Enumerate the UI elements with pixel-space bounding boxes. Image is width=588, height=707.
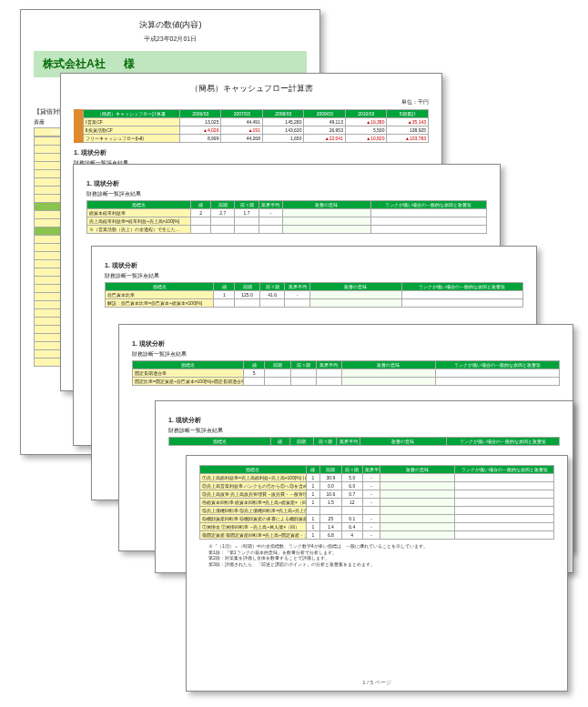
cf-unit: 単位：千円 xyxy=(74,98,429,106)
sec-title: 1. 現状分析 xyxy=(105,261,523,270)
footnotes: ※「（1項）＝（時期）中の全指標数、ランク数字4が多い指標は、一般に優れているこ… xyxy=(199,543,554,567)
page-number: 1 / 5 ページ xyxy=(187,679,567,687)
doc-title: 決算の数値(内容) xyxy=(34,19,307,31)
cf-row: Ⅱ.投資活動CF ▲4,026 ▲191 143,630 26,953 5,50… xyxy=(83,126,428,135)
analysis-row: 自己資本比率 1125.041.6- xyxy=(106,291,523,299)
sec-sub: 財務診断一覧評点結果 xyxy=(168,427,560,435)
cf-orange-band xyxy=(74,109,83,143)
cf-table: （簡易）キャッシュフロー計算書 2006/03 2007/03 2008/03 … xyxy=(83,109,429,143)
analysis-row: ※（営業活動（売上）の全過程）で生じた… xyxy=(87,226,487,234)
analysis-row: 固定長期適合率 5 xyxy=(133,369,560,378)
sec-sub: 財務診断一覧評点結果 xyxy=(105,272,523,280)
analysis-row: ⑦買掛金 ⑦買掛回転率→売上高÷買人債×（回） 1 1.4 6.4 - xyxy=(200,523,554,531)
analysis-row: 売上高経常利益率=経常利益÷売上高×100[%] xyxy=(87,217,487,226)
cf-row: Ⅰ.営業CF 13,025 44,491 145,280 49,113 ▲16,… xyxy=(83,118,428,126)
analysis-row: ④総資本回転率 総資本回転率=売上高÷総資産×（回）総資産=当期＋前期÷2 1 … xyxy=(200,499,554,507)
analysis-row: 総資本経常利益率 22.71.7- xyxy=(87,209,487,217)
page-analysis-front: 指標名 値 前期 前々期 業界平均 改善の意味 ランクが低い場合の一般的な原因と… xyxy=(186,455,568,692)
analysis-table-2: 指標名 値 前期 前々期 業界平均 改善の意味 ランクが低い場合の一般的な原因と… xyxy=(86,200,487,234)
analysis-table-front: 指標名 値 前期 前々期 業界平均 改善の意味 ランクが低い場合の一般的な原因と… xyxy=(199,465,554,540)
analysis-table-5-head: 指標名 値 前期 前々期 業界平均 改善の意味 ランクが低い場合の一般的な原因と… xyxy=(168,437,560,446)
analysis-row: ⑤売上債権回転率 ⑤売上債権回転率=売上高÷売上債×（回） xyxy=(200,507,554,515)
cf-row: フリーキャッシュフロー(Ⅰ+Ⅱ) 8,999 44,268 1,650 ▲22,… xyxy=(83,135,428,143)
analysis-row: ⑥棚卸資産回転率 ⑥棚卸資産の多寡による棚卸資産回転率 1 25 0.1 - xyxy=(200,515,554,523)
sec-title: 1. 現状分析 xyxy=(86,179,487,188)
analysis-row: 固定比率=固定資産÷自己資本×100[%]+固定長期適合率 xyxy=(133,378,560,386)
analysis-table-3: 指標名 値 前期 前々期 業界平均 改善の意味 ランクが低い場合の一般的な原因と… xyxy=(105,282,523,308)
sec-title: 1. 現状分析 xyxy=(132,339,560,348)
cf-title: （簡易）キャッシュフロー計算書 xyxy=(74,83,429,95)
analysis-row: ②売上高営業利益率 パンクもの①から②へ③を含め・原材料費→給料・賃金、外注 1… xyxy=(200,482,554,490)
analysis-table-4: 指標名 値 前期 前々期 業界平均 改善の意味 ランクが低い場合の一般的な原因と… xyxy=(132,360,560,386)
company-name: 株式会社A社 xyxy=(43,57,106,70)
sec-sub: 財務診断一覧評点結果 xyxy=(86,190,487,198)
sec-sub: 財務診断一覧評点結果 xyxy=(132,350,560,359)
doc-date: 平成23年02月01日 xyxy=(34,35,307,44)
analysis-row: ①売上高総利益率=売上高総利益÷売上高×100[%] (ヒント)ここで②と③を合… xyxy=(200,474,554,482)
sec-title: 1. 現状分析 xyxy=(168,416,560,425)
sec1-title: 1. 現状分析 xyxy=(74,148,429,157)
analysis-row: ⑧固定資産 ⑧固定資産回転率=売上高÷固定資産・土地等×（回） 1 6.8 4 … xyxy=(200,531,554,540)
company-suffix: 様 xyxy=(124,57,135,70)
analysis-row: 解説：自己資本比率=自己資本÷総資本×100[%] xyxy=(106,299,523,308)
analysis-row: ③売上高販管 売上高販売管理費→販売費・一般管理費→売上高×100[%] 1 1… xyxy=(200,490,554,499)
